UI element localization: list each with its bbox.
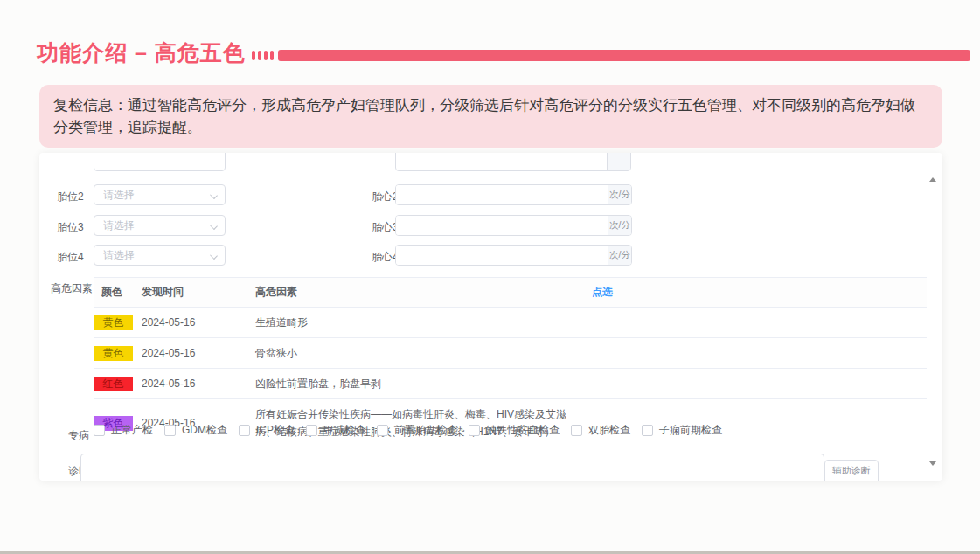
table-header-row: 颜色 发现时间 高危因素 点选	[94, 278, 927, 308]
cutoff-input-append	[607, 153, 630, 170]
column-header-color: 颜色	[94, 278, 133, 307]
unit-suffix: 次/分	[608, 185, 631, 204]
risk-factor-text: 骨盆狭小	[247, 338, 583, 368]
risk-level-badge: 红色	[94, 377, 133, 391]
checkbox-option[interactable]: ICP检查	[239, 423, 295, 438]
label-special-disease: 专病	[68, 428, 89, 443]
risk-date: 2024-05-16	[133, 369, 247, 398]
checkbox-icon[interactable]	[239, 425, 250, 436]
fetal-position-4-select[interactable]	[94, 245, 226, 266]
unit-suffix: 次/分	[608, 216, 631, 235]
checkbox-icon[interactable]	[377, 425, 388, 436]
checkbox-label: 缺铁性贫血检查	[486, 423, 560, 438]
risk-factor-text: 生殖道畸形	[247, 308, 583, 337]
fetal-heart-4-input[interactable]	[396, 246, 608, 265]
column-header-factor: 高危因素	[247, 278, 583, 307]
table-row: 红色 2024-05-16 凶险性前置胎盘，胎盘早剥	[94, 369, 927, 399]
checkbox-label: 前置胎盘检查	[394, 423, 457, 438]
risk-action-cell	[583, 308, 927, 337]
unit-suffix: 次/分	[608, 246, 631, 265]
cutoff-select	[94, 153, 226, 171]
checkbox-icon[interactable]	[164, 425, 176, 436]
table-row: 黄色 2024-05-16 生殖道畸形	[94, 308, 927, 338]
cutoff-input	[395, 153, 631, 171]
risk-level-badge: 黄色	[94, 315, 133, 330]
table-row: 黄色 2024-05-16 骨盆狭小	[94, 338, 927, 369]
checkbox-option[interactable]: GDM检查	[164, 423, 227, 438]
label-risk-factors: 高危因素	[51, 281, 93, 296]
fetal-heart-3-input[interactable]	[396, 216, 608, 235]
fetal-heart-2-input[interactable]	[396, 185, 608, 204]
label-fetal-position-3: 胎位3	[57, 220, 84, 235]
checkbox-option[interactable]: 双胎检查	[571, 423, 630, 438]
checkbox-option[interactable]: 前置胎盘检查	[377, 423, 457, 438]
label-fetal-position-4: 胎位4	[57, 250, 84, 265]
checkbox-icon[interactable]	[571, 425, 582, 436]
description-box: 复检信息：通过智能高危评分，形成高危孕产妇管理队列，分级筛选后针对高危评分的分级…	[39, 85, 942, 148]
form-panel: 胎位2 胎心2 次/分 胎位3 胎心3 次/分 胎位4 胎心4	[39, 153, 942, 481]
fetal-position-3-input[interactable]	[94, 216, 225, 235]
scroll-up-icon[interactable]	[929, 177, 936, 182]
title-accent-bar	[278, 50, 970, 61]
risk-date: 2024-05-16	[133, 308, 247, 337]
slide: 功能介绍 – 高危五色 复检信息：通过智能高危评分，形成高危孕产妇管理队列，分级…	[0, 0, 980, 554]
fetal-heart-2-group: 次/分	[395, 184, 632, 205]
risk-factor-text: 凶险性前置胎盘，胎盘早剥	[247, 369, 583, 398]
fetal-position-3-select[interactable]	[94, 215, 226, 236]
checkbox-label: 正常产检	[111, 423, 153, 438]
checkbox-option[interactable]: 缺铁性贫血检查	[469, 423, 560, 438]
checkbox-icon[interactable]	[306, 425, 317, 436]
risk-level-badge: 黄色	[94, 346, 133, 361]
checkbox-label: 子痫前期检查	[659, 423, 722, 438]
checkbox-icon[interactable]	[94, 425, 105, 436]
page-title: 功能介绍 – 高危五色	[37, 38, 246, 67]
checkbox-label: GDM检查	[182, 423, 227, 438]
description-text: 复检信息：通过智能高危评分，形成高危孕产妇管理队列，分级筛选后针对高危评分的分级…	[53, 97, 915, 135]
special-exam-row: 正常产检 GDM检查 ICP检查 甲减检查 前置胎盘检查 缺铁性贫血检查 双胎检…	[94, 423, 722, 438]
assist-diagnosis-button[interactable]: 辅助诊断	[824, 460, 879, 481]
risk-date: 2024-05-16	[133, 338, 247, 368]
checkbox-option[interactable]: 正常产检	[94, 423, 153, 438]
checkbox-option[interactable]: 甲减检查	[306, 423, 365, 438]
diagnosis-input[interactable]	[80, 454, 824, 481]
column-header-action-link[interactable]: 点选	[592, 285, 613, 300]
column-header-date: 发现时间	[133, 278, 247, 307]
risk-action-cell	[583, 369, 927, 398]
checkbox-label: 双胎检查	[588, 423, 630, 438]
checkbox-icon[interactable]	[469, 425, 480, 436]
fetal-position-2-select[interactable]	[94, 184, 226, 205]
label-fetal-position-2: 胎位2	[57, 190, 84, 204]
checkbox-label: ICP检查	[256, 423, 295, 438]
checkbox-option[interactable]: 子痫前期检查	[642, 423, 722, 438]
risk-factor-table: 颜色 发现时间 高危因素 点选 黄色 2024-05-16 生殖道畸形 黄色 2…	[94, 277, 927, 447]
checkbox-icon[interactable]	[642, 425, 653, 436]
title-row: 功能介绍 – 高危五色	[37, 38, 970, 67]
scroll-down-icon[interactable]	[929, 461, 936, 466]
fetal-heart-3-group: 次/分	[395, 215, 632, 236]
fetal-position-2-input[interactable]	[94, 185, 225, 204]
fetal-heart-4-group: 次/分	[395, 245, 632, 266]
fetal-position-4-input[interactable]	[94, 246, 225, 265]
tick-bars-icon	[252, 51, 274, 60]
risk-action-cell	[583, 338, 927, 368]
checkbox-label: 甲减检查	[323, 423, 365, 438]
